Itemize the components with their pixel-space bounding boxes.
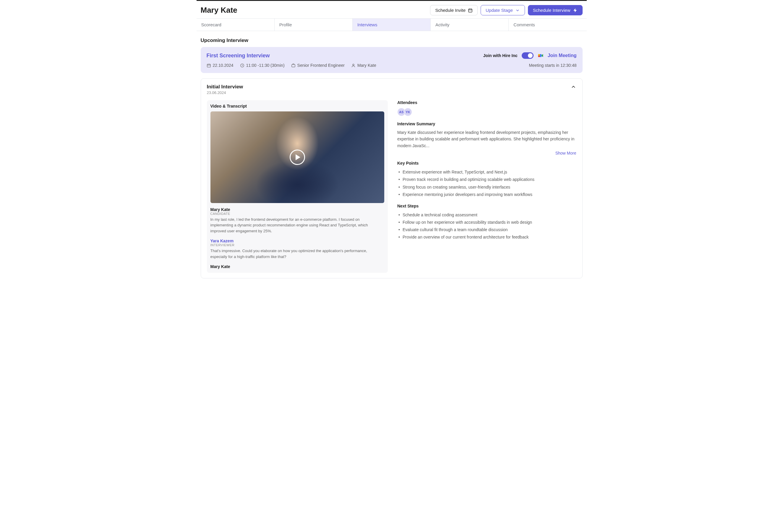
svg-rect-4 <box>207 64 210 67</box>
nextsteps-head: Next Steps <box>397 204 576 208</box>
schedule-invite-label: Schedule Invite <box>435 8 466 13</box>
meeting-date: 22.10.2024 <box>207 63 233 68</box>
nextstep-item: Follow up on her experience with accessi… <box>397 219 576 226</box>
briefcase-icon <box>291 63 295 68</box>
update-stage-label: Update Stage <box>486 8 513 13</box>
schedule-interview-label: Schedule Interview <box>533 8 570 13</box>
chevron-up-icon <box>570 84 576 90</box>
keypoint-item: Strong focus on creating seamless, user-… <box>397 184 576 191</box>
join-with-label: Join with Hire Inc <box>483 53 518 58</box>
transcript-text: That's impressive. Could you elaborate o… <box>211 248 382 259</box>
transcript-role: INTERVIEWER <box>211 243 382 247</box>
calendar-icon <box>468 8 473 13</box>
keypoint-item: Extensive experience with React, TypeScr… <box>397 168 576 176</box>
upcoming-interview-card: First Screening Interview Join with Hire… <box>201 47 583 73</box>
tab-interviews[interactable]: Interviews <box>353 19 431 31</box>
svg-rect-3 <box>538 56 540 57</box>
avatar[interactable]: YK <box>404 108 412 116</box>
join-toggle[interactable] <box>522 52 534 59</box>
attendees-head: Attendees <box>397 100 576 105</box>
svg-rect-0 <box>469 9 472 12</box>
nextstep-item: Provide an overview of our current front… <box>397 233 576 241</box>
calendar-icon <box>207 63 211 68</box>
initial-date: 23.06.2024 <box>207 90 243 95</box>
svg-point-7 <box>353 64 354 65</box>
transcript-text: In my last role, I led the frontend deve… <box>211 217 382 234</box>
summary-text: Mary Kate discussed her experience leadi… <box>397 129 576 149</box>
meeting-candidate: Mary Kate <box>351 63 376 68</box>
keypoints-head: Key Points <box>397 161 576 165</box>
transcript-entry: Mary Kate CANDIDATE In my last role, I l… <box>211 207 382 234</box>
join-meeting-link[interactable]: Join Meeting <box>548 53 577 58</box>
upcoming-title: First Screening Interview <box>207 53 270 59</box>
schedule-interview-button[interactable]: Schedule Interview <box>528 5 583 15</box>
transcript-speaker: Yara Kazem <box>211 239 382 243</box>
upcoming-section-title: Upcoming Interview <box>201 37 583 43</box>
nextstep-item: Schedule a technical coding assessment <box>397 211 576 219</box>
user-icon <box>351 63 355 68</box>
initial-interview-card: Initial Interview 23.06.2024 Video & Tra… <box>201 78 583 278</box>
transcript-scroll[interactable]: Mary Kate CANDIDATE In my last role, I l… <box>211 207 384 269</box>
transcript-role: CANDIDATE <box>211 212 382 215</box>
initial-title: Initial Interview <box>207 84 243 90</box>
transcript-role: CANDIDATE <box>211 269 382 269</box>
transcript-speaker: Mary Kate <box>211 264 382 269</box>
page-title: Mary Kate <box>201 6 237 15</box>
tab-activity[interactable]: Activity <box>431 19 509 31</box>
clock-icon <box>240 63 245 68</box>
svg-rect-6 <box>291 64 295 67</box>
collapse-toggle[interactable] <box>570 84 576 91</box>
keypoint-item: Proven track record in building and opti… <box>397 176 576 183</box>
tab-comments[interactable]: Comments <box>509 19 587 31</box>
tab-scorecard[interactable]: Scorecard <box>196 19 275 31</box>
chevron-down-icon <box>515 8 520 13</box>
nextsteps-list: Schedule a technical coding assessment F… <box>397 211 576 241</box>
attendees-list: AS YK <box>397 108 576 116</box>
meeting-role: Senior Frontend Engineer <box>291 63 345 68</box>
meeting-countdown: Meeting starts in 12:30:48 <box>529 63 576 68</box>
transcript-speaker: Mary Kate <box>211 207 382 212</box>
svg-rect-2 <box>538 54 540 56</box>
video-transcript-head: Video & Transcript <box>211 104 384 108</box>
play-button[interactable] <box>290 150 305 165</box>
transcript-entry: Yara Kazem INTERVIEWER That's impressive… <box>211 239 382 259</box>
keypoint-item: Experience mentoring junior developers a… <box>397 191 576 198</box>
lightning-icon <box>573 8 577 13</box>
meeting-date-value: 22.10.2024 <box>213 63 233 68</box>
nextstep-item: Evaluate cultural fit through a team rou… <box>397 226 576 233</box>
google-meet-icon <box>538 53 543 59</box>
update-stage-button[interactable]: Update Stage <box>481 5 525 15</box>
meeting-candidate-value: Mary Kate <box>357 63 376 68</box>
header-actions: Schedule Invite Update Stage Schedule In… <box>430 5 582 15</box>
meeting-role-value: Senior Frontend Engineer <box>297 63 345 68</box>
summary-head: Interview Summary <box>397 122 576 126</box>
interview-video[interactable] <box>211 112 384 203</box>
keypoints-list: Extensive experience with React, TypeScr… <box>397 168 576 198</box>
schedule-invite-button[interactable]: Schedule Invite <box>430 5 478 15</box>
meeting-time: 11:00 -11:30 (30min) <box>240 63 285 68</box>
show-more-link[interactable]: Show More <box>397 151 576 155</box>
transcript-entry: Mary Kate CANDIDATE <box>211 264 382 269</box>
tabs: Scorecard Profile Interviews Activity Co… <box>196 18 587 31</box>
meeting-time-value: 11:00 -11:30 (30min) <box>246 63 285 68</box>
tab-profile[interactable]: Profile <box>275 19 353 31</box>
